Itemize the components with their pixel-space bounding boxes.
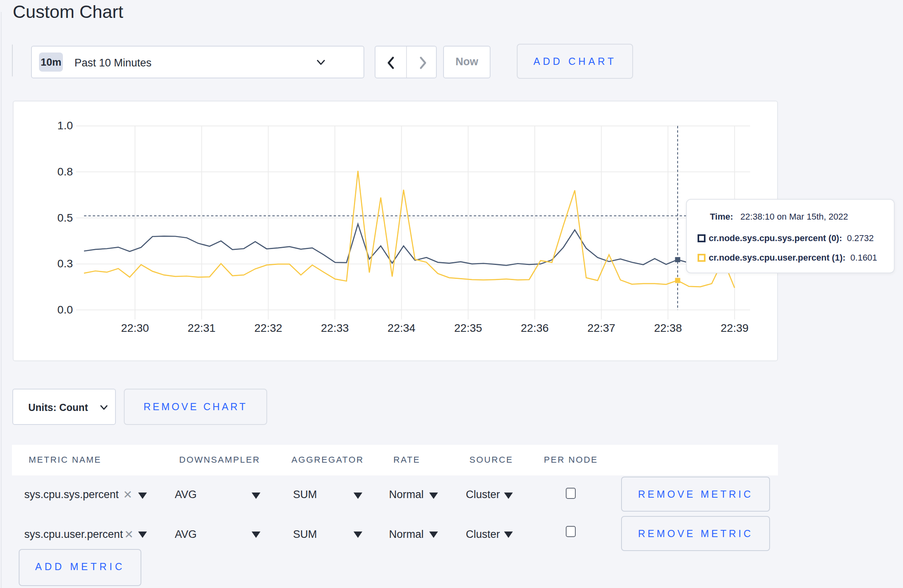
svg-text:22:36: 22:36 (521, 322, 549, 334)
svg-text:0.0: 0.0 (57, 304, 73, 316)
svg-text:22:35: 22:35 (454, 322, 482, 334)
svg-text:22:34: 22:34 (387, 322, 415, 334)
svg-text:22:31: 22:31 (188, 322, 215, 334)
svg-text:22:33: 22:33 (321, 322, 349, 334)
svg-text:22:37: 22:37 (587, 322, 615, 334)
svg-text:0.5: 0.5 (57, 212, 73, 224)
svg-text:1.0: 1.0 (57, 119, 73, 132)
svg-text:0.3: 0.3 (57, 257, 73, 270)
svg-text:22:39: 22:39 (721, 322, 749, 334)
svg-text:0.8: 0.8 (57, 165, 73, 178)
svg-text:22:38: 22:38 (654, 322, 682, 334)
svg-text:22:32: 22:32 (254, 322, 282, 334)
svg-text:22:30: 22:30 (121, 322, 149, 334)
